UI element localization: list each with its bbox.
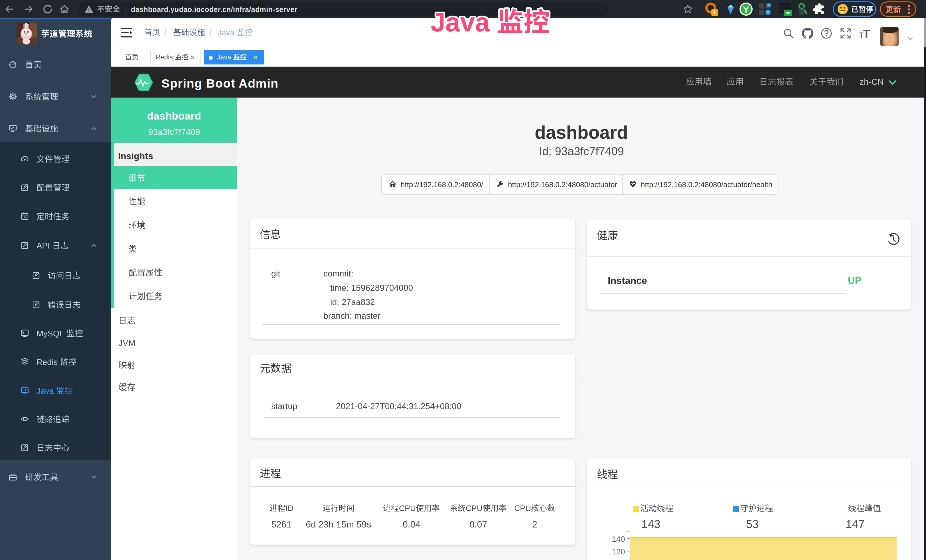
svg-text:on: on	[785, 11, 790, 15]
svg-text:T: T	[863, 28, 870, 39]
svg-text:1: 1	[713, 10, 716, 15]
